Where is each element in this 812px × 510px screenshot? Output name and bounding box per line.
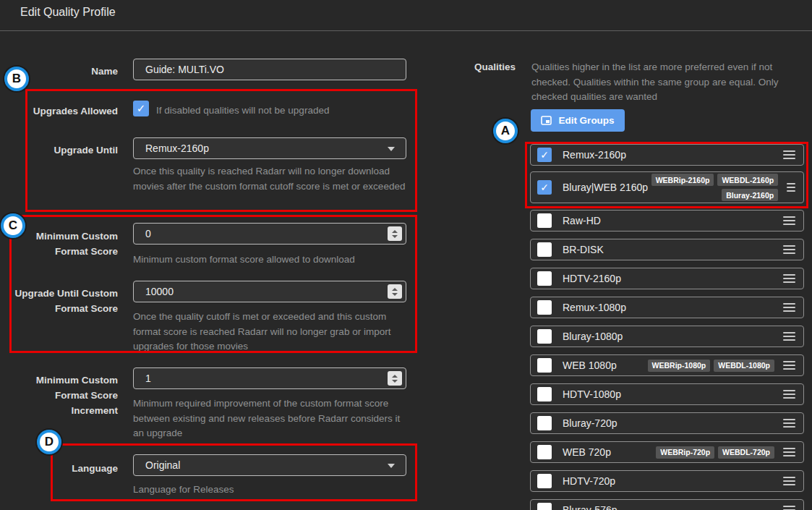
upgrades-allowed-help: If disabled qualities will not be upgrad… bbox=[156, 103, 416, 119]
quality-label: HDTV-2160p bbox=[563, 273, 621, 284]
quality-checkbox[interactable] bbox=[537, 387, 552, 401]
quality-row[interactable]: HDTV-720p bbox=[530, 470, 804, 492]
quality-badge: WEBRip-2160p bbox=[651, 174, 714, 186]
upgrade-until-custom-format-score-label: Upgrade Until Custom Format Score bbox=[0, 286, 118, 316]
language-select[interactable]: Original bbox=[133, 454, 406, 476]
quality-badge: WEBRip-1080p bbox=[648, 360, 711, 372]
upgrade-until-value: Remux-2160p bbox=[145, 143, 209, 154]
drag-handle-icon[interactable] bbox=[787, 183, 795, 192]
annotation-letter-a: A bbox=[493, 119, 518, 143]
quality-badge: WEBRip-720p bbox=[656, 446, 714, 459]
chevron-down-icon bbox=[388, 464, 395, 468]
min-custom-format-score-input[interactable] bbox=[133, 223, 406, 245]
edit-quality-profile-dialog: Edit Quality Profile Name Upgrades Allow… bbox=[0, 0, 812, 510]
quality-checkbox[interactable] bbox=[537, 329, 552, 344]
quality-row[interactable]: BR-DISK bbox=[530, 239, 804, 260]
min-custom-format-score-help: Minimum custom format score allowed to d… bbox=[133, 252, 408, 268]
annotation-letter-d: D bbox=[37, 430, 61, 454]
number-stepper-icon[interactable] bbox=[388, 371, 402, 386]
quality-label: Bluray-576p bbox=[563, 504, 617, 510]
quality-checkbox[interactable] bbox=[537, 242, 552, 257]
quality-label: WEB 1080p bbox=[563, 360, 617, 371]
quality-checkbox[interactable] bbox=[537, 474, 552, 488]
quality-checkbox[interactable] bbox=[537, 271, 552, 286]
quality-badge: WEBDL-720p bbox=[718, 446, 774, 459]
quality-label: Bluray-720p bbox=[563, 417, 617, 429]
quality-checkbox[interactable] bbox=[537, 300, 552, 315]
upgrade-until-custom-format-score-help: Once the quality cutoff is met or exceed… bbox=[133, 310, 408, 354]
drag-handle-icon[interactable] bbox=[783, 390, 795, 399]
quality-row[interactable]: WEB 720pWEBRip-720pWEBDL-720p bbox=[530, 441, 804, 463]
quality-label: Remux-2160p bbox=[563, 149, 626, 161]
quality-checkbox[interactable] bbox=[537, 213, 552, 228]
quality-row[interactable]: Remux-1080p bbox=[530, 297, 804, 318]
drag-handle-icon[interactable] bbox=[783, 303, 795, 312]
min-custom-format-score-increment-label: Minimum Custom Format Score Increment bbox=[0, 373, 118, 418]
drag-handle-icon[interactable] bbox=[783, 506, 795, 510]
quality-row[interactable]: WEB 1080pWEBRip-1080pWEBDL-1080p bbox=[530, 354, 804, 376]
upgrades-allowed-label: Upgrades Allowed bbox=[0, 103, 118, 119]
language-value: Original bbox=[145, 459, 180, 471]
number-stepper-icon[interactable] bbox=[388, 226, 402, 241]
edit-groups-button[interactable]: Edit Groups bbox=[531, 109, 625, 132]
name-label: Name bbox=[0, 64, 118, 79]
drag-handle-icon[interactable] bbox=[783, 332, 795, 341]
drag-handle-icon[interactable] bbox=[783, 419, 795, 428]
quality-label: Raw-HD bbox=[563, 215, 601, 226]
quality-checkbox[interactable] bbox=[537, 148, 552, 162]
page-title: Edit Quality Profile bbox=[20, 6, 116, 19]
quality-badge: WEBDL-2160p bbox=[717, 174, 778, 186]
quality-row[interactable]: Bluray-720p bbox=[530, 412, 804, 434]
qualities-help: Qualities higher in the list are more pr… bbox=[531, 60, 800, 105]
quality-badge: Bluray-2160p bbox=[722, 189, 778, 201]
upgrades-allowed-checkbox[interactable]: ✓ bbox=[133, 101, 149, 116]
quality-label: Remux-1080p bbox=[563, 302, 626, 313]
upgrade-until-label: Upgrade Until bbox=[0, 143, 118, 158]
quality-checkbox[interactable] bbox=[537, 358, 552, 373]
edit-groups-icon bbox=[541, 116, 552, 125]
quality-label: HDTV-720p bbox=[563, 475, 615, 487]
quality-row[interactable]: Bluray-576p bbox=[530, 499, 804, 510]
drag-handle-icon[interactable] bbox=[783, 245, 795, 254]
quality-label: BR-DISK bbox=[563, 244, 604, 255]
number-stepper-icon[interactable] bbox=[388, 284, 402, 299]
min-custom-format-score-increment-help: Minimum required improvement of the cust… bbox=[133, 396, 408, 441]
drag-handle-icon[interactable] bbox=[783, 477, 795, 485]
chevron-down-icon bbox=[388, 147, 395, 151]
drag-handle-icon[interactable] bbox=[783, 448, 795, 456]
quality-badges: WEBRip-1080pWEBDL-1080p bbox=[648, 360, 774, 372]
quality-row[interactable]: Bluray-1080p bbox=[530, 326, 804, 347]
quality-row[interactable]: HDTV-2160p bbox=[530, 268, 804, 289]
quality-badges: WEBRip-720pWEBDL-720p bbox=[656, 446, 774, 459]
drag-handle-icon[interactable] bbox=[783, 216, 795, 225]
quality-label: HDTV-1080p bbox=[563, 388, 621, 400]
quality-row[interactable]: HDTV-1080p bbox=[530, 383, 804, 405]
language-help: Language for Releases bbox=[133, 483, 408, 498]
quality-label: WEB 720p bbox=[563, 446, 611, 458]
upgrade-until-select[interactable]: Remux-2160p bbox=[133, 137, 406, 159]
min-custom-format-score-increment-input[interactable] bbox=[133, 367, 406, 389]
language-label: Language bbox=[0, 461, 118, 476]
quality-label: Bluray-1080p bbox=[563, 331, 623, 342]
upgrade-until-custom-format-score-input[interactable] bbox=[133, 281, 406, 302]
quality-badge: WEBDL-1080p bbox=[714, 360, 774, 372]
quality-checkbox[interactable] bbox=[537, 445, 552, 459]
header-divider bbox=[0, 30, 812, 31]
quality-row[interactable]: Bluray|WEB 2160pWEBRip-2160pWEBDL-2160pB… bbox=[530, 171, 804, 203]
edit-groups-button-label: Edit Groups bbox=[558, 115, 614, 126]
drag-handle-icon[interactable] bbox=[783, 150, 795, 159]
drag-handle-icon[interactable] bbox=[783, 274, 795, 283]
quality-badges: WEBRip-2160pWEBDL-2160pBluray-2160p bbox=[648, 174, 778, 201]
quality-checkbox[interactable] bbox=[537, 180, 552, 195]
upgrade-until-help: Once this quality is reached Radarr will… bbox=[133, 164, 408, 194]
min-custom-format-score-label: Minimum Custom Format Score bbox=[0, 229, 118, 259]
qualities-label: Qualities bbox=[398, 61, 516, 72]
quality-row[interactable]: Raw-HD bbox=[530, 210, 804, 231]
quality-row[interactable]: Remux-2160p bbox=[530, 144, 804, 166]
quality-label: Bluray|WEB 2160p bbox=[563, 182, 648, 193]
name-input[interactable] bbox=[133, 59, 406, 80]
quality-checkbox[interactable] bbox=[537, 503, 552, 510]
drag-handle-icon[interactable] bbox=[783, 361, 795, 370]
quality-checkbox[interactable] bbox=[537, 416, 552, 430]
